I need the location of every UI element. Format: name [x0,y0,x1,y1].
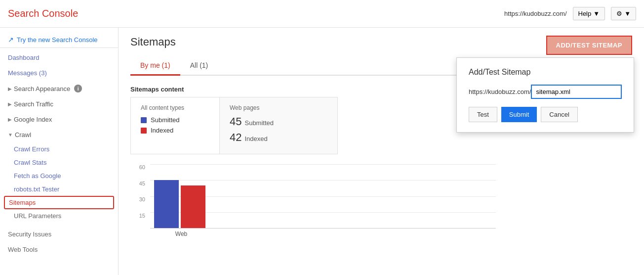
sidebar-item-web-tools[interactable]: Web Tools [0,242,118,257]
cancel-button[interactable]: Cancel [541,107,577,122]
bar-indexed [181,185,205,228]
main-layout: ↗ Try the new Search Console Dashboard M… [0,28,644,275]
info-icon[interactable]: i [74,85,82,92]
tab-by-me[interactable]: By me (1) [130,56,180,76]
popup-url-prefix: https://kudobuzz.com/ [469,88,531,95]
expand-icon: ▶ [8,117,12,122]
submitted-color-dot [141,117,147,123]
sidebar-item-messages[interactable]: Messages (3) [0,65,118,81]
expand-icon: ▼ [8,132,13,138]
sidebar: ↗ Try the new Search Console Dashboard M… [0,28,119,275]
settings-button[interactable]: ⚙ ▼ [611,7,636,20]
sidebar-item-crawl-stats[interactable]: Crawl Stats [0,156,118,169]
submitted-stat: 45 Submitted [230,115,327,128]
sitemaps-data-box: All content types Submitted Indexed Web … [130,97,338,154]
sidebar-item-try-new[interactable]: ↗ Try the new Search Console [0,32,118,48]
test-button[interactable]: Test [469,107,497,122]
sidebar-item-dashboard[interactable]: Dashboard [0,50,118,65]
chart-x-axis: Web [150,230,496,237]
indexed-count: 42 [230,131,242,144]
chart-container: Web [150,164,496,237]
sitemap-url-input[interactable] [531,85,622,99]
popup-input-row: https://kudobuzz.com/ [469,85,622,99]
header-right: https://kudobuzz.com/ Help ▼ ⚙ ▼ [504,7,636,20]
all-content-types-label: All content types [141,104,209,111]
sidebar-item-robots-tester[interactable]: robots.txt Tester [0,183,118,196]
expand-icon: ▶ [8,101,12,107]
sidebar-item-security-issues[interactable]: Security Issues [0,227,118,242]
indexed-stat: 42 Indexed [230,131,327,144]
sidebar-item-fetch-as-google[interactable]: Fetch as Google [0,169,118,183]
site-url: https://kudobuzz.com/ [504,10,566,17]
sitemaps-right-panel: Web pages 45 Submitted 42 Indexed [220,97,337,154]
indexed-text: Indexed [244,135,267,142]
chart-y-axis: 60 45 30 15 [130,164,145,229]
help-chevron-icon: ▼ [593,10,600,17]
sitemaps-left-panel: All content types Submitted Indexed [131,97,220,154]
indexed-color-dot [141,128,147,134]
help-button[interactable]: Help ▼ [573,7,605,20]
chart-area: 60 45 30 15 [130,164,632,237]
submit-button[interactable]: Submit [501,107,537,122]
x-label-web: Web [154,230,208,237]
chart-grid [150,164,496,229]
web-pages-label: Web pages [230,104,327,111]
sidebar-item-google-index[interactable]: ▶ Google Index [0,112,118,127]
legend-indexed: Indexed [141,127,209,134]
submitted-count: 45 [230,115,242,128]
bar-submitted [154,180,179,228]
external-link-icon: ↗ [8,36,14,44]
sidebar-item-sitemaps[interactable]: Sitemaps [4,196,114,209]
sidebar-item-search-traffic[interactable]: ▶ Search Traffic [0,96,118,112]
sidebar-item-search-appearance[interactable]: ▶ Search Appearance i [0,81,118,96]
sidebar-item-crawl-errors[interactable]: Crawl Errors [0,142,118,156]
submitted-text: Submitted [244,119,274,127]
add-test-sitemap-popup: Add/Test Sitemap https://kudobuzz.com/ T… [456,57,634,133]
expand-icon: ▶ [8,86,12,92]
popup-title: Add/Test Sitemap [469,68,622,77]
add-test-sitemap-button[interactable]: ADD/TEST SITEMAP [546,36,632,55]
chart-bars [154,164,205,228]
content-area: ADD/TEST SITEMAP Sitemaps By me (1) All … [119,28,644,275]
header: Search Console https://kudobuzz.com/ Hel… [0,0,644,28]
app-logo: Search Console [8,8,78,19]
gear-icon: ⚙ [616,10,622,17]
legend-submitted: Submitted [141,116,209,124]
sidebar-item-url-parameters[interactable]: URL Parameters [0,209,118,223]
tab-all[interactable]: All (1) [180,56,218,76]
sidebar-item-crawl[interactable]: ▼ Crawl [0,127,118,142]
popup-buttons: Test Submit Cancel [469,107,622,122]
